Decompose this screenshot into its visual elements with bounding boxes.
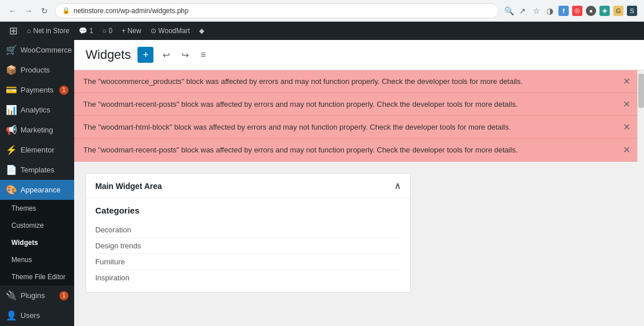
admin-bar-diamond[interactable]: ◆ — [195, 22, 209, 40]
products-icon: 📦 — [6, 65, 16, 75]
bookmark-icon[interactable]: ☆ — [531, 6, 541, 16]
new-label: + New — [121, 27, 141, 35]
add-widget-button[interactable]: + — [137, 47, 153, 63]
profile-icon[interactable]: ◑ — [545, 6, 555, 16]
users-icon: 👤 — [6, 310, 16, 321]
notice-3-message: The "woodmart-html-block" block was affe… — [83, 123, 511, 131]
ext2-icon[interactable]: ◎ — [572, 6, 582, 16]
sidebar-users-label: Users — [21, 311, 40, 320]
widget-area-chevron[interactable]: ∧ — [394, 180, 401, 191]
url-text: netinstore.com/wp-admin/widgets.php — [74, 7, 188, 15]
ext3-icon[interactable]: ● — [586, 6, 596, 16]
plugins-badge: 1 — [59, 291, 68, 300]
notices-scrollbar[interactable] — [637, 70, 644, 162]
page-title: Widgets — [86, 47, 131, 62]
admin-bar-wp-logo[interactable]: ⊞ — [5, 22, 22, 40]
category-item-furniture: Furniture — [95, 254, 401, 270]
sidebar-plugins-label: Plugins — [21, 291, 45, 300]
themes-label: Themes — [11, 204, 36, 212]
category-item-decoration: Decoration — [95, 222, 401, 238]
comment-icon: 💬 — [79, 27, 87, 35]
sidebar-products-label: Products — [21, 66, 50, 74]
woodmart-icon: ⊙ — [151, 27, 156, 35]
options-button[interactable]: ≡ — [198, 47, 208, 62]
woodmart-label: WoodMart — [159, 27, 190, 35]
notices-container: The "woocommerce_products" block was aff… — [74, 70, 644, 162]
notice-4-message: The "woodmart-recent-posts" block was af… — [83, 146, 518, 154]
sidebar-item-users[interactable]: 👤 Users — [0, 305, 74, 325]
sidebar-appearance-label: Appearance — [21, 186, 60, 194]
comment-count: 1 — [90, 27, 94, 35]
ext1-icon[interactable]: f — [558, 6, 569, 16]
message-count: 0 — [109, 27, 113, 35]
sidebar-item-woocommerce[interactable]: 🛒 WooCommerce — [0, 40, 74, 60]
theme-file-editor-label: Theme File Editor — [11, 273, 66, 281]
sidebar-item-plugins[interactable]: 🔌 Plugins 1 — [0, 285, 74, 305]
notice-1-message: The "woocommerce_products" block was aff… — [83, 77, 523, 86]
templates-icon: 📄 — [6, 164, 16, 175]
error-notice-3: The "woodmart-html-block" block was affe… — [74, 116, 637, 139]
site-name-label: Net in Store — [33, 27, 69, 35]
sidebar-item-theme-file-editor[interactable]: Theme File Editor — [0, 268, 74, 285]
search-icon[interactable]: 🔍 — [504, 6, 514, 16]
menus-label: Menus — [11, 256, 32, 264]
sidebar-item-themes[interactable]: Themes — [0, 200, 74, 217]
sidebar-item-appearance[interactable]: 🎨 Appearance — [0, 180, 74, 200]
widgets-label: Widgets — [11, 239, 38, 247]
sidebar-item-templates[interactable]: 📄 Templates — [0, 160, 74, 180]
appearance-submenu: Themes Customize Widgets Menus Theme Fil… — [0, 200, 74, 285]
notice-2-close-button[interactable]: ✕ — [623, 100, 630, 109]
analytics-icon: 📊 — [6, 104, 16, 115]
sidebar-item-marketing[interactable]: 📢 Marketing — [0, 120, 74, 140]
share-icon[interactable]: ↗ — [517, 6, 528, 16]
error-notice-1: The "woocommerce_products" block was aff… — [74, 70, 637, 93]
payments-badge: 1 — [59, 86, 68, 95]
category-item-design-trends: Design trends — [95, 238, 401, 254]
browser-icons: 🔍 ↗ ☆ ◑ f ◎ ● ◈ G S — [504, 6, 637, 16]
admin-bar-woodmart[interactable]: ⊙ WoodMart — [146, 22, 195, 40]
sidebar-marketing-label: Marketing — [21, 126, 53, 134]
url-bar[interactable]: 🔒 netinstore.com/wp-admin/widgets.php — [55, 3, 499, 18]
admin-bar-new[interactable]: + New — [117, 22, 145, 40]
app-wrapper: 🛒 WooCommerce 📦 Products 💳 Payments 1 📊 … — [0, 40, 644, 326]
plugins-icon: 🔌 — [6, 290, 16, 301]
notice-4-close-button[interactable]: ✕ — [623, 146, 630, 155]
elementor-icon: ⚡ — [6, 144, 16, 155]
widget-area-title: Main Widget Area — [95, 182, 162, 191]
admin-bar-site-name[interactable]: ⌂ Net in Store — [22, 22, 74, 40]
refresh-button[interactable]: ↻ — [39, 5, 50, 17]
undo-button[interactable]: ↩ — [160, 47, 172, 63]
sidebar-item-analytics[interactable]: 📊 Analytics — [0, 100, 74, 120]
ext5-icon[interactable]: G — [613, 6, 623, 16]
sidebar-item-payments[interactable]: 💳 Payments 1 — [0, 80, 74, 100]
scrollbar-thumb — [638, 74, 644, 108]
browser-bar: ← → ↻ 🔒 netinstore.com/wp-admin/widgets.… — [0, 0, 644, 22]
admin-bar-comments[interactable]: 💬 1 — [74, 22, 98, 40]
sidebar-item-widgets[interactable]: Widgets — [0, 234, 74, 251]
back-button[interactable]: ← — [7, 5, 18, 17]
lock-icon: 🔒 — [62, 7, 70, 14]
notice-3-close-button[interactable]: ✕ — [623, 123, 630, 132]
widget-area-wrapper: Main Widget Area ∧ Categories Decoration… — [74, 162, 644, 304]
sidebar-item-menus[interactable]: Menus — [0, 251, 74, 268]
notice-2-message: The "woodmart-recent-posts" block was af… — [83, 100, 518, 108]
sidebar-item-elementor[interactable]: ⚡ Elementor — [0, 140, 74, 160]
widget-area-header: Main Widget Area ∧ — [86, 174, 410, 199]
widget-category-list: Categories Decoration Design trends Furn… — [86, 199, 410, 292]
sidebar-elementor-label: Elementor — [21, 146, 54, 154]
diamond-icon: ◆ — [199, 27, 204, 35]
wp-logo-icon: ⊞ — [9, 25, 18, 37]
top-area: ⊞ ⌂ Net in Store 💬 1 ○ 0 + New ⊙ WoodMar… — [0, 22, 644, 326]
widget-area: Main Widget Area ∧ Categories Decoration… — [86, 173, 411, 293]
forward-button[interactable]: → — [23, 5, 34, 17]
notice-1-close-button[interactable]: ✕ — [623, 77, 630, 86]
category-item-inspiration: Inspiration — [95, 270, 401, 285]
ext4-icon[interactable]: ◈ — [600, 6, 610, 16]
sidebar-payments-label: Payments — [21, 86, 54, 94]
ext6-icon[interactable]: S — [627, 6, 637, 16]
sidebar-item-customize[interactable]: Customize — [0, 217, 74, 234]
redo-button[interactable]: ↪ — [179, 47, 191, 63]
admin-bar-messages[interactable]: ○ 0 — [98, 22, 117, 40]
customize-label: Customize — [11, 222, 44, 230]
sidebar-item-products[interactable]: 📦 Products — [0, 60, 74, 80]
